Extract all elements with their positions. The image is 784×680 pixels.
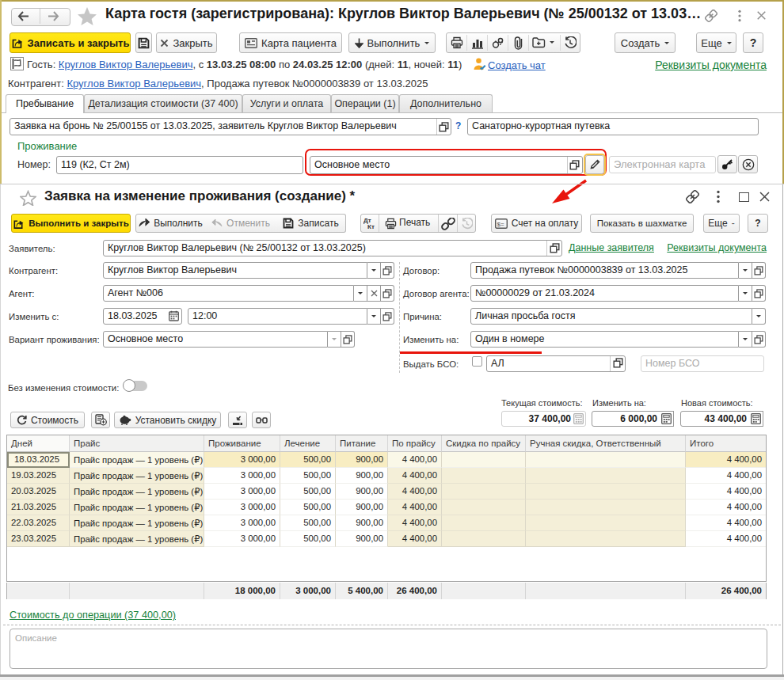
svg-text:Кт: Кт [367,223,375,230]
svg-text:$=: $= [497,220,504,227]
